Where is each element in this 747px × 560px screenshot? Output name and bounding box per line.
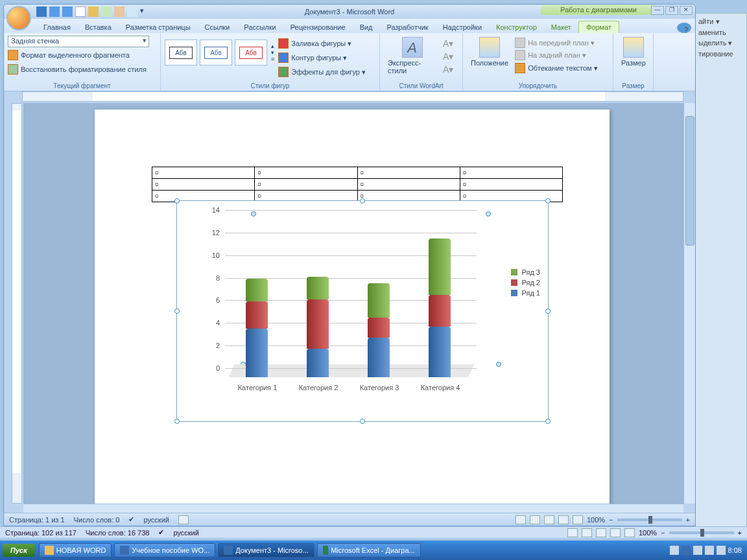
web-view[interactable] xyxy=(544,515,554,524)
tab-view[interactable]: Вид xyxy=(353,21,380,33)
document-page[interactable]: ¤¤¤¤ ¤¤¤¤ ¤¤¤¤ xyxy=(95,110,610,504)
format-selection-button[interactable]: Формат выделенного фрагмента xyxy=(8,49,130,62)
taskbar-item[interactable]: Microsoft Excel - Диагра... xyxy=(317,543,421,557)
view-btn[interactable] xyxy=(610,528,621,537)
outer-zoom[interactable]: 100% xyxy=(639,529,657,537)
minimize-button[interactable]: — xyxy=(651,6,664,15)
spellcheck-icon[interactable]: ✔ xyxy=(128,515,134,524)
horizontal-scrollbar[interactable] xyxy=(23,504,683,513)
horizontal-ruler[interactable] xyxy=(22,91,683,102)
reset-style-button[interactable]: Восстановить форматирование стиля xyxy=(8,63,147,76)
tray-icon[interactable] xyxy=(670,546,679,555)
vertical-scrollbar[interactable] xyxy=(683,103,695,504)
chart-plot-area[interactable]: 02468101214 Категория 1Категория 2Катего… xyxy=(203,210,478,390)
shape-effects-button[interactable]: Эффекты для фигур ▾ xyxy=(278,65,366,78)
zoom-in-button[interactable]: + xyxy=(686,516,690,524)
outline-view[interactable] xyxy=(558,515,569,524)
maximize-button[interactable]: ❐ xyxy=(665,6,678,15)
close-button[interactable]: ✕ xyxy=(680,6,693,15)
help-button[interactable]: ? xyxy=(677,23,691,33)
resize-handle[interactable] xyxy=(174,309,180,314)
undo-icon[interactable] xyxy=(49,6,60,17)
redo-icon[interactable] xyxy=(62,6,73,17)
tab-developer[interactable]: Разработчик xyxy=(380,21,436,33)
zoom-slider[interactable] xyxy=(669,531,734,534)
bar-segment[interactable] xyxy=(307,349,329,377)
outer-word-count[interactable]: Число слов: 16 738 xyxy=(86,529,149,537)
plot-handle[interactable] xyxy=(486,211,491,216)
bar-segment[interactable] xyxy=(368,283,390,317)
shape-style-1[interactable]: Абв xyxy=(165,40,197,65)
view-btn[interactable] xyxy=(582,528,592,537)
clock[interactable]: 8:08 xyxy=(728,546,742,554)
taskbar-item[interactable]: НОВАЯ WORD xyxy=(39,543,112,557)
text-wrap-button[interactable]: Обтекание текстом ▾ xyxy=(515,62,598,75)
word-count[interactable]: Число слов: 0 xyxy=(74,516,120,524)
start-button[interactable]: Пуск xyxy=(3,544,35,557)
tab-layout[interactable]: Разметка страницы xyxy=(119,21,198,33)
print-layout-view[interactable] xyxy=(516,515,526,524)
taskbar-item-active[interactable]: Документ3 - Microso... xyxy=(218,543,314,557)
document-table[interactable]: ¤¤¤¤ ¤¤¤¤ ¤¤¤¤ xyxy=(152,167,563,202)
bar-segment[interactable] xyxy=(368,338,390,377)
style-prev[interactable]: ▴ xyxy=(271,43,274,49)
tab-chart-layout[interactable]: Макет xyxy=(544,21,578,33)
resize-handle[interactable] xyxy=(545,309,551,314)
zoom-in[interactable]: + xyxy=(738,529,742,537)
text-outline-icon[interactable]: A▾ xyxy=(443,51,458,62)
page-area[interactable]: ¤¤¤¤ ¤¤¤¤ ¤¤¤¤ xyxy=(23,103,683,504)
spell-icon[interactable] xyxy=(101,6,112,17)
zoom-out-button[interactable]: − xyxy=(609,516,613,524)
position-button[interactable]: Положение xyxy=(467,36,512,68)
resize-handle[interactable] xyxy=(545,198,551,204)
new-icon[interactable] xyxy=(75,6,86,17)
bar-segment[interactable] xyxy=(246,279,268,301)
bar-segment[interactable] xyxy=(429,239,451,295)
chart-element-selector[interactable]: Задняя стенка xyxy=(8,36,149,47)
style-next[interactable]: ▾ xyxy=(271,49,274,56)
vertical-ruler[interactable] xyxy=(12,103,22,504)
resize-handle[interactable] xyxy=(360,419,365,424)
bar-segment[interactable] xyxy=(307,299,329,349)
zoom-slider[interactable] xyxy=(617,519,682,521)
language-status[interactable]: русский xyxy=(143,516,169,524)
tab-insert[interactable]: Вставка xyxy=(78,21,119,33)
qat-more-icon[interactable]: ▾ xyxy=(140,6,150,17)
bar-segment[interactable] xyxy=(368,318,390,338)
outer-spellcheck-icon[interactable]: ✔ xyxy=(158,528,164,537)
bar-segment[interactable] xyxy=(429,327,451,377)
tray-icon[interactable] xyxy=(705,546,714,555)
office-button[interactable] xyxy=(6,6,31,30)
legend-item[interactable]: Ряд 2 xyxy=(511,279,540,286)
taskbar-item[interactable]: Учебное пособие WO... xyxy=(114,543,215,557)
open-icon[interactable] xyxy=(88,6,99,17)
tab-format[interactable]: Формат xyxy=(578,21,619,33)
chart-legend[interactable]: Ряд 3Ряд 2Ряд 1 xyxy=(511,266,540,299)
bar-segment[interactable] xyxy=(246,301,268,329)
text-fill-icon[interactable]: A▾ xyxy=(443,38,458,49)
shape-style-2[interactable]: Абв xyxy=(200,40,232,65)
shape-fill-button[interactable]: Заливка фигуры ▾ xyxy=(278,37,366,50)
style-more[interactable]: ≡ xyxy=(271,56,274,62)
tab-review[interactable]: Рецензирование xyxy=(283,21,353,33)
bar-segment[interactable] xyxy=(246,329,268,377)
edit-icon[interactable] xyxy=(114,6,124,17)
zoom-level[interactable]: 100% xyxy=(587,516,605,524)
tray-icon[interactable] xyxy=(693,546,702,555)
preview-icon[interactable] xyxy=(127,6,137,17)
ghost-item[interactable]: айти ▾ xyxy=(698,16,744,27)
outer-page-status[interactable]: Страница: 102 из 117 xyxy=(5,529,77,537)
view-btn[interactable] xyxy=(596,528,606,537)
resize-handle[interactable] xyxy=(174,419,180,424)
shape-outline-button[interactable]: Контур фигуры ▾ xyxy=(278,51,366,64)
tab-addins[interactable]: Надстройки xyxy=(436,21,489,33)
macro-icon[interactable] xyxy=(178,515,189,524)
text-effects-icon[interactable]: A▾ xyxy=(443,64,458,75)
outer-language[interactable]: русский xyxy=(173,529,198,537)
zoom-out[interactable]: − xyxy=(661,529,665,537)
save-icon[interactable] xyxy=(36,6,47,17)
legend-item[interactable]: Ряд 1 xyxy=(511,289,540,297)
view-btn[interactable] xyxy=(567,528,578,537)
tray-icon[interactable] xyxy=(717,546,726,555)
draft-view[interactable] xyxy=(573,515,583,524)
